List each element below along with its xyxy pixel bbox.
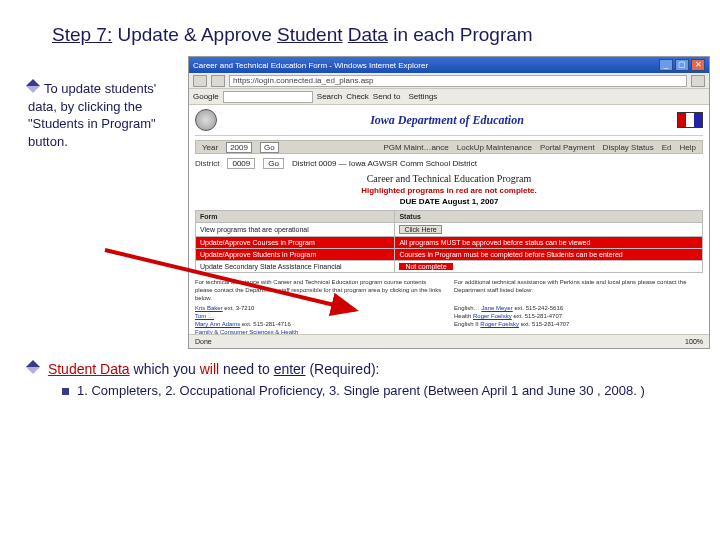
bottom-section: Student Data which you will need to ente… [0,349,720,398]
zoom-level[interactable]: 100% [685,338,703,345]
toolbar-item[interactable]: Search [317,92,342,101]
address-input[interactable]: https://login.connected.ia_ed_plans.asp [229,75,687,87]
search-box[interactable] [223,91,313,103]
status-cell: Not complete [395,261,703,273]
toolbar-row: Google Search Check Send to Settings [189,89,709,105]
click-here-button[interactable]: Click Here [399,225,441,234]
nav-item[interactable]: Help [680,143,696,152]
bottom-will: will [200,361,219,377]
toolbar-item[interactable]: Send to [373,92,401,101]
year-go[interactable]: Go [260,142,279,153]
bottom-line1: Student Data which you will need to ente… [28,361,692,377]
contact-link[interactable]: Jane Meyer [481,305,512,311]
toolbar-item[interactable]: Google [193,92,219,101]
year-label: Year [202,143,218,152]
form-cell[interactable]: Update Secondary State Assistance Financ… [196,261,395,273]
footer-intro2: For additional technical assistance with… [454,279,703,302]
back-button[interactable] [193,75,207,87]
nav-item[interactable]: Ed [662,143,672,152]
left-note-text: To update students' data, by clicking th… [28,81,156,149]
form-cell: View programs that are operational [196,223,395,237]
title-suffix: in each Program [388,24,533,45]
contact-link[interactable]: Roger Foelsky [480,321,519,327]
district-code[interactable]: 0009 [227,158,255,169]
bottom-sub-bullet: 1. Completers, 2. Occupational Proficien… [28,377,692,398]
toolbar-item[interactable]: Check [346,92,369,101]
maximize-button[interactable]: ▢ [675,59,689,71]
table-row: View programs that are operational Click… [196,223,703,237]
title-step: Step 7: [52,24,112,45]
nav-item[interactable]: LockUp Maintenance [457,143,532,152]
bottom-sub-text: 1. Completers, 2. Occupational Proficien… [77,383,645,398]
diamond-bullet-icon [26,360,40,374]
form-cell[interactable]: Update/Approve Students in Program [196,249,395,261]
close-button[interactable]: ✕ [691,59,705,71]
title-student: Student [277,24,343,45]
district-row: District 0009 Go District 0009 — Iowa AG… [195,158,703,169]
table-row: Update/Approve Students in Program Cours… [196,249,703,261]
not-complete-badge: Not complete [399,263,452,270]
bottom-enter: enter [274,361,306,377]
title-mid1: Update & Approve [112,24,277,45]
diamond-bullet-icon [26,79,40,93]
nav-item[interactable]: Display Status [603,143,654,152]
red-note: Highlighted programs in red are not comp… [195,186,703,195]
state-seal-icon [195,109,217,131]
toolbar-item[interactable]: Settings [408,92,437,101]
page-content: Iowa Department of Education Year 2009 G… [189,105,709,348]
form-cell[interactable]: Update/Approve Courses in Program [196,237,395,249]
nav-bar: Year 2009 Go PGM Maint…ance LockUp Maint… [195,140,703,154]
flag-icon [677,112,703,128]
table-row: Update/Approve Courses in Program All pr… [196,237,703,249]
address-bar-row: https://login.connected.ia_ed_plans.asp [189,73,709,89]
contact-link[interactable]: Mary Ann Adams [195,321,240,327]
browser-screenshot: Career and Technical Education Form - Wi… [188,56,710,349]
go-button[interactable] [691,75,705,87]
footer-intro: For technical assistance with Career and… [195,279,444,302]
due-note: DUE DATE August 1, 2007 [195,197,703,206]
district-text: District 0009 — Iowa AGWSR Comm School D… [292,159,477,168]
contact-link[interactable]: Tom … [195,313,214,319]
table-row: Update Secondary State Assistance Financ… [196,261,703,273]
year-value[interactable]: 2009 [226,142,252,153]
status-cell: Click Here [395,223,703,237]
forward-button[interactable] [211,75,225,87]
title-data: Data [348,24,388,45]
window-titlebar: Career and Technical Education Form - Wi… [189,57,709,73]
status-left: Done [195,338,212,345]
th-form: Form [196,211,395,223]
bottom-student-data: Student Data [48,361,130,377]
contact-link[interactable]: Kris Baker [195,305,223,311]
nav-item[interactable]: Portal Payment [540,143,595,152]
th-status: Status [395,211,703,223]
district-go[interactable]: Go [263,158,284,169]
square-bullet-icon [62,388,69,395]
window-title-text: Career and Technical Education Form - Wi… [193,61,428,70]
browser-status-bar: Done 100% [189,334,709,348]
district-label: District [195,159,219,168]
cte-heading: Career and Technical Education Program [195,173,703,184]
contact-link[interactable]: Roger Foelsky [473,313,512,319]
forms-table: Form Status View programs that are opera… [195,210,703,273]
minimize-button[interactable]: _ [659,59,673,71]
left-note: To update students' data, by clicking th… [28,56,188,349]
doe-title: Iowa Department of Education [223,113,671,128]
nav-item[interactable]: PGM Maint…ance [383,143,448,152]
status-cell: All programs MUST be approved before sta… [395,237,703,249]
slide-title: Step 7: Update & Approve Student Data in… [0,0,720,56]
status-cell: Courses in Program must be completed bef… [395,249,703,261]
doe-header: Iowa Department of Education [195,109,703,136]
